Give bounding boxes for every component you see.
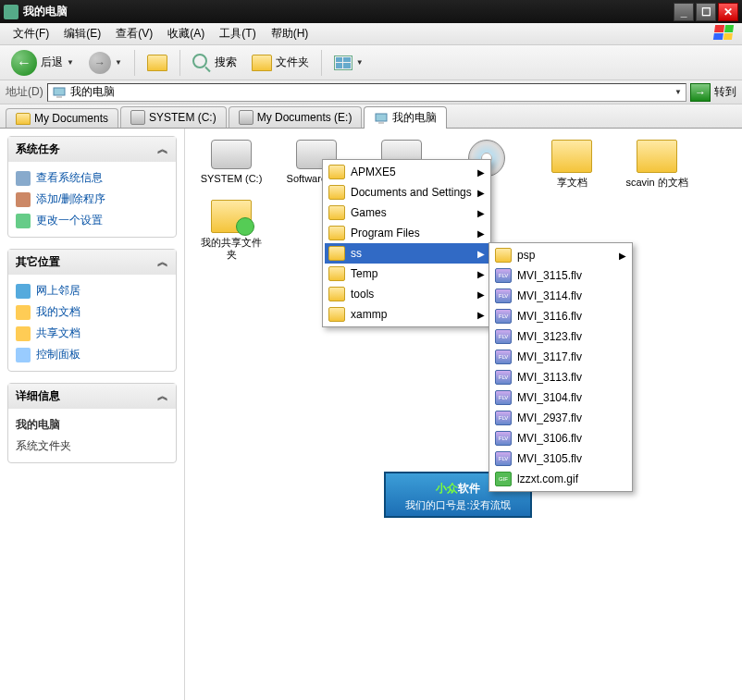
file-view[interactable]: SYSTEM (C:)▸Software (D:)享文档scavin 的文档我的… [185,129,742,700]
menu-item-label: MVI_2937.flv [517,411,582,424]
file-label: SYSTEM (C:) [201,173,263,185]
go-button[interactable]: → [690,83,711,102]
menu-item[interactable]: FLVMVI_3116.flv [491,306,630,326]
system-tasks-header[interactable]: 系统任务 ︽ [8,137,176,162]
up-folder-button[interactable] [142,53,173,73]
maximize-button[interactable]: ☐ [696,3,716,21]
chevron-up-icon: ︽ [157,141,168,157]
minimize-button[interactable]: _ [674,3,694,21]
chevron-up-icon: ︽ [157,388,168,404]
menu-item[interactable]: FLVMVI_3123.flv [491,326,630,347]
search-button[interactable]: 搜索 [187,52,242,74]
menu-edit[interactable]: 编辑(E) [56,23,108,44]
place-icon [16,284,31,299]
details-name: 我的电脑 [16,414,168,436]
tab-system--c--[interactable]: SYSTEM (C:) [120,106,227,128]
menu-item-label: MVI_3114.flv [517,289,582,302]
tab-my-documents--e--[interactable]: My Documents (E:) [229,106,363,128]
menu-item-label: MVI_3117.flv [517,350,582,363]
menu-item[interactable]: FLVMVI_3117.flv [491,347,630,367]
menu-favorites[interactable]: 收藏(A) [160,23,212,44]
place-icon [16,326,31,341]
menu-item[interactable]: psp▶ [491,245,630,265]
place-link[interactable]: 共享文档 [16,323,168,344]
task-label: 添加/删除程序 [36,191,105,207]
menu-item[interactable]: FLVMVI_3104.flv [491,387,630,408]
folders-button[interactable]: 文件夹 [246,53,315,73]
menu-file[interactable]: 文件(F) [6,23,56,44]
details-group: 详细信息 ︽ 我的电脑 系统文件夹 [7,383,177,463]
menu-item-label: MVI_3113.flv [517,371,582,384]
address-field[interactable]: 我的电脑 ▼ [47,83,686,102]
place-label: 控制面板 [36,347,80,362]
task-link[interactable]: 查看系统信息 [16,167,168,189]
menu-item[interactable]: FLVMVI_3115.flv [491,265,630,286]
flv-file-icon: FLV [495,390,512,405]
menu-item[interactable]: GIFlzzxt.com.gif [491,469,630,489]
file-item[interactable]: scavin 的文档 [620,138,694,190]
forward-button[interactable]: → ▼ [83,50,128,76]
details-desc: 系统文件夹 [16,436,168,457]
other-places-header[interactable]: 其它位置 ︽ [8,250,176,275]
menu-view[interactable]: 查看(V) [108,23,160,44]
folders-label: 文件夹 [276,55,309,70]
task-label: 更改一个设置 [36,213,103,228]
menu-item[interactable]: Temp▶ [325,264,488,284]
submenu-arrow-icon: ▶ [477,249,485,259]
tab-label: 我的电脑 [392,110,437,126]
menu-item-label: Games [351,206,387,219]
menu-tools[interactable]: 工具(T) [212,23,263,44]
toolbar: ← 后退 ▼ → ▼ 搜索 文件夹 ▼ [0,45,742,80]
place-label: 我的文档 [36,304,80,320]
shared-folder-icon [211,200,252,233]
menu-item-label: Documents and Settings [351,186,472,199]
view-mode-button[interactable]: ▼ [328,54,369,72]
place-link[interactable]: 控制面板 [16,344,168,365]
task-link[interactable]: 添加/删除程序 [16,189,168,210]
menu-item[interactable]: FLVMVI_3113.flv [491,367,630,387]
my-computer-icon [374,111,389,126]
tab-label: My Documents (E:) [257,111,352,124]
menu-item-label: Temp [351,267,377,280]
place-link[interactable]: 网上邻居 [16,280,168,301]
back-button[interactable]: ← 后退 ▼ [6,48,80,78]
menu-help[interactable]: 帮助(H) [264,23,316,44]
menu-item[interactable]: ss▶ [325,243,488,264]
details-header[interactable]: 详细信息 ︽ [8,384,176,409]
menu-item[interactable]: xammp▶ [325,304,488,325]
menu-item[interactable]: APMXE5▶ [325,162,488,182]
chevron-down-icon[interactable]: ▼ [674,88,682,96]
tab-----[interactable]: 我的电脑 [364,106,447,129]
details-title: 详细信息 [16,388,60,404]
task-icon [16,214,31,228]
promo-title: 小众软件 [436,477,480,497]
file-item[interactable]: 我的共享文件夹 [194,198,268,263]
menu-item[interactable]: FLVMVI_3105.flv [491,448,630,469]
svg-rect-3 [378,122,384,124]
close-button[interactable]: ✕ [718,3,738,21]
menu-item[interactable]: Program Files▶ [325,223,488,243]
menu-item-label: MVI_3116.flv [517,310,582,323]
submenu-arrow-icon: ▶ [477,167,485,178]
menu-item[interactable]: FLVMVI_3106.flv [491,428,630,448]
tab-my-documents[interactable]: My Documents [6,108,118,128]
menu-item[interactable]: Documents and Settings▶ [325,182,488,203]
file-item[interactable]: SYSTEM (C:) [194,138,268,190]
flv-file-icon: FLV [495,309,512,324]
file-label: 我的共享文件夹 [196,237,266,261]
menu-item-label: MVI_3106.flv [517,432,582,445]
menu-item[interactable]: FLVMVI_3114.flv [491,286,630,306]
task-link[interactable]: 更改一个设置 [16,210,168,231]
flv-file-icon: FLV [495,268,512,283]
windows-logo-icon [714,25,736,43]
menu-item[interactable]: Games▶ [325,203,488,223]
place-link[interactable]: 我的文档 [16,301,168,323]
content-area: 系统任务 ︽ 查看系统信息添加/删除程序更改一个设置 其它位置 ︽ 网上邻居我的… [0,129,742,700]
menu-item[interactable]: tools▶ [325,284,488,304]
menu-item[interactable]: FLVMVI_2937.flv [491,408,630,428]
svg-rect-1 [56,96,62,98]
system-tasks-group: 系统任务 ︽ 查看系统信息添加/删除程序更改一个设置 [7,136,177,238]
file-label: 享文档 [557,177,587,189]
folder-icon [252,55,272,71]
file-item[interactable]: 享文档 [535,138,609,190]
